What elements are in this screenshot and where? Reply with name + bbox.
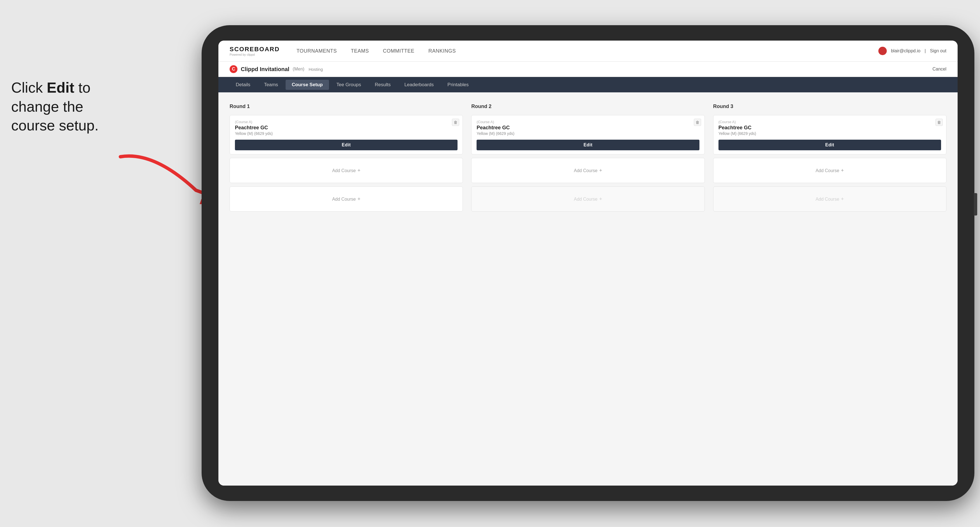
round-3-add-course-1-label: Add Course+ (816, 168, 844, 173)
round-3-label: Round 3 (713, 103, 947, 110)
top-nav: SCOREBOARD Powered by clippd TOURNAMENTS… (218, 41, 958, 62)
nav-right: blair@clippd.io | Sign out (878, 47, 947, 55)
round-2-course-label: (Course A) (477, 120, 699, 124)
round-2-course-name: Peachtree GC (477, 125, 699, 131)
round-1-add-course-2-label: Add Course+ (332, 196, 360, 202)
round-2-add-course-2: Add Course+ (471, 186, 705, 211)
main-content: Round 1 🗑 (Course A) Peachtree GC Yellow… (218, 92, 958, 486)
tab-leaderboards[interactable]: Leaderboards (398, 80, 440, 90)
round-1-course-label: (Course A) (235, 120, 458, 124)
tournament-gender: (Men) (293, 67, 304, 71)
tablet-screen: SCOREBOARD Powered by clippd TOURNAMENTS… (218, 41, 958, 486)
nav-teams[interactable]: TEAMS (351, 48, 369, 54)
scoreboard-logo: SCOREBOARD Powered by clippd (230, 46, 280, 56)
round-3-add-course-2-label: Add Course+ (816, 196, 844, 202)
round-2-delete-button[interactable]: 🗑 (694, 119, 701, 126)
scoreboard-title: SCOREBOARD (230, 46, 280, 53)
clippd-logo: C (230, 65, 237, 73)
round-1-edit-button[interactable]: Edit (235, 140, 458, 150)
scoreboard-sub: Powered by clippd (230, 53, 280, 56)
instruction-prefix: Click (11, 79, 47, 96)
round-2-column: Round 2 🗑 (Course A) Peachtree GC Yellow… (471, 103, 705, 211)
nav-links: TOURNAMENTS TEAMS COMMITTEE RANKINGS (296, 48, 878, 54)
round-1-add-course-1-label: Add Course+ (332, 168, 360, 173)
pipe-separator: | (924, 48, 926, 54)
cancel-button[interactable]: Cancel (932, 67, 947, 71)
tournament-bar: C Clippd Invitational (Men) Hosting Canc… (218, 62, 958, 77)
tab-course-setup[interactable]: Course Setup (286, 80, 329, 90)
tournament-name: Clippd Invitational (241, 66, 289, 73)
round-2-course-details: Yellow (M) (6629 yds) (477, 131, 699, 136)
sign-out-link[interactable]: Sign out (930, 48, 947, 54)
instruction-text: Click Edit tochange thecourse setup. (11, 78, 146, 135)
user-avatar (878, 47, 887, 55)
tab-tee-groups[interactable]: Tee Groups (330, 80, 368, 90)
round-3-delete-button[interactable]: 🗑 (935, 119, 943, 126)
tab-details[interactable]: Details (230, 80, 256, 90)
tabs-bar: Details Teams Course Setup Tee Groups Re… (218, 77, 958, 92)
round-2-course-card: 🗑 (Course A) Peachtree GC Yellow (M) (66… (471, 115, 705, 154)
tab-results[interactable]: Results (369, 80, 397, 90)
round-3-add-course-2: Add Course+ (713, 186, 947, 211)
instruction-bold: Edit (47, 79, 74, 96)
round-1-delete-button[interactable]: 🗑 (452, 119, 459, 126)
round-1-column: Round 1 🗑 (Course A) Peachtree GC Yellow… (230, 103, 463, 211)
round-3-course-label: (Course A) (719, 120, 941, 124)
round-1-course-card: 🗑 (Course A) Peachtree GC Yellow (M) (66… (230, 115, 463, 154)
round-1-label: Round 1 (230, 103, 463, 110)
user-email: blair@clippd.io (891, 48, 920, 54)
nav-tournaments[interactable]: TOURNAMENTS (296, 48, 337, 54)
tab-teams[interactable]: Teams (258, 80, 284, 90)
round-3-course-card: 🗑 (Course A) Peachtree GC Yellow (M) (66… (713, 115, 947, 154)
round-1-add-course-2[interactable]: Add Course+ (230, 186, 463, 211)
side-button[interactable] (974, 193, 977, 216)
nav-rankings[interactable]: RANKINGS (428, 48, 456, 54)
round-2-label: Round 2 (471, 103, 705, 110)
round-1-course-details: Yellow (M) (6629 yds) (235, 131, 458, 136)
hosting-badge: Hosting (309, 67, 323, 71)
round-3-edit-button[interactable]: Edit (719, 140, 941, 150)
round-3-column: Round 3 🗑 (Course A) Peachtree GC Yellow… (713, 103, 947, 211)
rounds-grid: Round 1 🗑 (Course A) Peachtree GC Yellow… (230, 103, 947, 211)
round-2-add-course-1-label: Add Course+ (574, 168, 602, 173)
round-1-course-name: Peachtree GC (235, 125, 458, 131)
round-2-add-course-2-label: Add Course+ (574, 196, 602, 202)
nav-committee[interactable]: COMMITTEE (383, 48, 415, 54)
round-3-course-name: Peachtree GC (719, 125, 941, 131)
round-2-edit-button[interactable]: Edit (477, 140, 699, 150)
round-3-add-course-1[interactable]: Add Course+ (713, 158, 947, 183)
tablet-shell: SCOREBOARD Powered by clippd TOURNAMENTS… (202, 25, 974, 501)
tab-printables[interactable]: Printables (441, 80, 475, 90)
round-1-add-course-1[interactable]: Add Course+ (230, 158, 463, 183)
round-2-add-course-1[interactable]: Add Course+ (471, 158, 705, 183)
round-3-course-details: Yellow (M) (6629 yds) (719, 131, 941, 136)
